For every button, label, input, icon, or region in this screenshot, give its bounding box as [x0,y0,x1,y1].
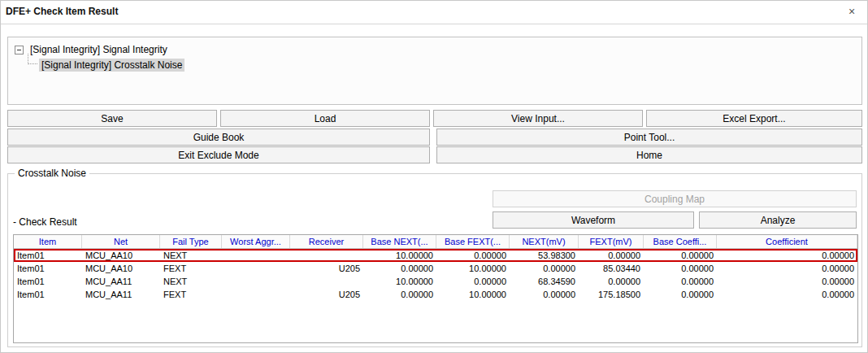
group-title: Crosstalk Noise [15,168,89,179]
tree-item-crosstalk-noise[interactable]: [Signal Integrity] Crosstalk Noise [39,59,184,72]
table-row[interactable]: Item01MCU_AA11NEXT10.000000.0000068.3459… [14,275,857,288]
column-header[interactable]: Net [82,235,160,248]
table-row[interactable]: Item01MCU_AA11FEXTU2050.0000010.000000.0… [14,288,857,301]
tree-panel: [Signal Integrity] Signal Integrity [Sig… [7,37,862,105]
table-cell: 0.00000 [644,275,717,288]
window-title: DFE+ Check Item Result [6,6,118,17]
table-cell: Item01 [14,275,82,288]
home-button[interactable]: Home [436,146,862,163]
save-button[interactable]: Save [7,110,217,127]
column-header[interactable]: Item [14,235,82,248]
table-cell [222,249,290,262]
table-cell: 175.18500 [579,288,644,301]
excel-export-button[interactable]: Excel Export... [646,110,862,127]
column-header[interactable]: Fail Type [160,235,222,248]
check-result-table: ItemNetFail TypeWorst Aggr...ReceiverBas… [13,234,858,343]
table-row[interactable]: Item01MCU_AA10FEXTU2050.0000010.000000.0… [14,262,857,275]
table-cell: 0.00000 [363,262,436,275]
table-cell: 10.00000 [436,262,510,275]
table-cell: 0.00000 [363,288,436,301]
table-cell: FEXT [160,262,222,275]
column-header[interactable]: Base FEXT(... [436,235,510,248]
point-tool-button[interactable]: Point Tool... [436,129,862,146]
column-header[interactable]: Coefficient [717,235,857,248]
table-cell: 68.34590 [510,275,579,288]
table-cell: 0.00000 [579,275,644,288]
table-cell: 85.03440 [579,262,644,275]
table-cell: MCU_AA10 [82,249,160,262]
tree-child-row: [Signal Integrity] Crosstalk Noise [39,59,855,71]
table-cell: 0.00000 [717,275,857,288]
analyze-button[interactable]: Analyze [699,211,857,229]
check-result-label: - Check Result [13,216,77,228]
table-cell [290,275,363,288]
table-cell [222,275,290,288]
collapse-icon[interactable] [15,46,24,54]
column-header[interactable]: Base NEXT(... [363,235,436,248]
table-cell: 0.00000 [644,262,717,275]
table-cell: 0.00000 [717,249,857,262]
table-cell: 10.00000 [363,275,436,288]
table-cell: 10.00000 [363,249,436,262]
table-cell: 0.00000 [579,249,644,262]
waveform-button[interactable]: Waveform [493,211,694,229]
close-button[interactable]: × [844,4,859,19]
table-row[interactable]: Item01MCU_AA10NEXT10.000000.0000053.9830… [14,249,857,262]
guide-book-button[interactable]: Guide Book [7,129,430,146]
table-cell: U205 [290,262,363,275]
table-cell: Item01 [14,249,82,262]
table-cell: 0.00000 [644,249,717,262]
table-cell: 0.00000 [436,249,510,262]
title-bar: DFE+ Check Item Result × [1,1,867,22]
tree-item-signal-integrity[interactable]: [Signal Integrity] Signal Integrity [28,43,170,56]
table-cell: 0.00000 [717,262,857,275]
column-header[interactable]: Receiver [290,235,363,248]
table-cell [222,288,290,301]
table-cell: Item01 [14,262,82,275]
tree-root-row: [Signal Integrity] Signal Integrity [15,43,855,56]
table-cell: 0.00000 [644,288,717,301]
table-cell: MCU_AA11 [82,288,160,301]
column-header[interactable]: Worst Aggr... [222,235,290,248]
column-header[interactable]: NEXT(mV) [510,235,579,248]
column-header[interactable]: Base Coeffi... [644,235,717,248]
table-cell: MCU_AA11 [82,275,160,288]
title-separator [1,24,867,24]
table-body: Item01MCU_AA10NEXT10.000000.0000053.9830… [14,249,857,301]
crosstalk-noise-group: Crosstalk Noise Coupling Map Waveform An… [7,173,862,347]
table-cell: FEXT [160,288,222,301]
exit-exclude-mode-button[interactable]: Exit Exclude Mode [7,146,430,163]
table-cell [222,262,290,275]
table-cell: MCU_AA10 [82,262,160,275]
table-cell: 10.00000 [436,288,510,301]
load-button[interactable]: Load [220,110,430,127]
column-header[interactable]: FEXT(mV) [579,235,644,248]
table-cell: NEXT [160,249,222,262]
coupling-map-button[interactable]: Coupling Map [493,190,857,207]
table-cell: 0.00000 [510,262,579,275]
tree-connector [28,54,37,64]
table-cell: 0.00000 [436,275,510,288]
table-cell: U205 [290,288,363,301]
dialog-window: DFE+ Check Item Result × [Signal Integri… [0,0,868,353]
table-cell: Item01 [14,288,82,301]
table-cell [290,249,363,262]
table-cell: NEXT [160,275,222,288]
view-input-button[interactable]: View Input... [433,110,643,127]
table-cell: 0.00000 [510,288,579,301]
table-cell: 53.98300 [510,249,579,262]
table-header: ItemNetFail TypeWorst Aggr...ReceiverBas… [14,235,857,249]
table-cell: 0.00000 [717,288,857,301]
